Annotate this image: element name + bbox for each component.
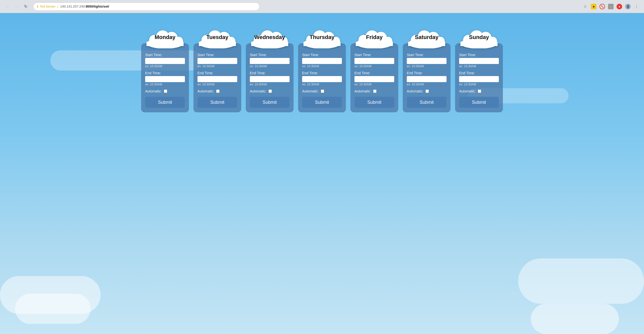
cloud-label-sunday: Sunday xyxy=(458,26,500,48)
start-time-example-saturday: ex: 10:30AM xyxy=(407,64,447,68)
end-time-input-wednesday[interactable] xyxy=(250,76,290,82)
svg-rect-11 xyxy=(199,42,236,46)
automatic-label-saturday: Automatic: xyxy=(407,89,423,93)
day-card-thursday: Thursday Start Time: ex: 10:30AM End Tim… xyxy=(298,26,346,112)
form-card-tuesday: Start Time: ex: 10:30AM End Time: ex: 10… xyxy=(193,43,241,112)
submit-button-saturday[interactable]: Submit xyxy=(407,97,447,108)
automatic-row-monday: Automatic: xyxy=(145,89,185,93)
ext-grey-button[interactable]: ↓ xyxy=(607,3,614,10)
start-time-input-saturday[interactable] xyxy=(407,58,447,64)
automatic-label-sunday: Automatic: xyxy=(459,89,476,93)
ext-yellow-icon: ■ xyxy=(591,4,596,9)
day-label-tuesday: Tuesday xyxy=(206,34,228,41)
form-card-monday: Start Time: ex: 10:30AM End Time: ex: 10… xyxy=(141,43,189,112)
submit-button-wednesday[interactable]: Submit xyxy=(250,97,290,108)
submit-button-tuesday[interactable]: Submit xyxy=(197,97,237,108)
day-label-saturday: Saturday xyxy=(415,34,438,41)
svg-rect-23 xyxy=(303,42,340,46)
day-label-sunday: Sunday xyxy=(469,34,489,41)
day-label-friday: Friday xyxy=(366,34,383,41)
start-time-example-friday: ex: 10:30AM xyxy=(354,64,394,68)
start-time-label-friday: Start Time: xyxy=(354,53,394,57)
submit-button-friday[interactable]: Submit xyxy=(354,97,394,108)
submit-button-thursday[interactable]: Submit xyxy=(302,97,342,108)
end-time-example-wednesday: ex: 10:30AM xyxy=(250,83,290,86)
automatic-checkbox-sunday[interactable] xyxy=(478,89,481,93)
submit-button-monday[interactable]: Submit xyxy=(145,97,185,108)
day-card-saturday: Saturday Start Time: ex: 10:30AM End Tim… xyxy=(403,26,451,112)
start-time-input-wednesday[interactable] xyxy=(250,58,290,64)
svg-rect-41 xyxy=(460,42,497,46)
day-label-monday: Monday xyxy=(154,34,175,41)
start-time-example-wednesday: ex: 10:30AM xyxy=(250,64,290,68)
automatic-checkbox-friday[interactable] xyxy=(373,89,377,93)
svg-rect-5 xyxy=(146,42,183,46)
ext-red-circle-button[interactable]: ● xyxy=(616,3,623,10)
ext-block-button[interactable] xyxy=(599,3,606,10)
ext-person-button[interactable]: 👤 xyxy=(624,3,631,10)
person-icon: 👤 xyxy=(625,4,631,9)
start-time-input-thursday[interactable] xyxy=(302,58,342,64)
start-time-input-monday[interactable] xyxy=(145,58,185,64)
end-time-input-saturday[interactable] xyxy=(407,76,447,82)
end-time-example-friday: ex: 10:30AM xyxy=(354,83,394,86)
automatic-row-wednesday: Automatic: xyxy=(250,89,290,93)
end-time-input-tuesday[interactable] xyxy=(197,76,237,82)
submit-button-sunday[interactable]: Submit xyxy=(459,97,499,108)
start-time-input-friday[interactable] xyxy=(354,58,394,64)
address-bar[interactable]: ℹ Not Secure | 140.141.207.240:8000/ligh… xyxy=(33,3,260,11)
cloud-label-monday: Monday xyxy=(144,26,186,48)
url-text: 140.141.207.240:8000/lights/set/ xyxy=(60,5,109,8)
automatic-row-saturday: Automatic: xyxy=(407,89,447,93)
form-card-friday: Start Time: ex: 10:30AM End Time: ex: 10… xyxy=(350,43,398,112)
end-time-input-sunday[interactable] xyxy=(459,76,499,82)
automatic-checkbox-saturday[interactable] xyxy=(425,89,429,93)
cloud-label-friday: Friday xyxy=(353,26,396,48)
day-label-wednesday: Wednesday xyxy=(254,34,285,41)
start-time-example-tuesday: ex: 10:30AM xyxy=(197,64,237,68)
svg-rect-35 xyxy=(408,42,445,46)
automatic-row-friday: Automatic: xyxy=(354,89,394,93)
end-time-label-friday: End Time: xyxy=(354,71,394,75)
day-card-monday: Monday Start Time: ex: 10:30AM End Time:… xyxy=(141,26,189,112)
start-time-input-sunday[interactable] xyxy=(459,58,499,64)
automatic-checkbox-wednesday[interactable] xyxy=(268,89,272,93)
day-label-thursday: Thursday xyxy=(309,34,334,41)
svg-rect-29 xyxy=(356,42,393,46)
bookmark-button[interactable]: ☆ xyxy=(582,3,589,10)
automatic-row-sunday: Automatic: xyxy=(459,89,499,93)
start-time-example-sunday: ex: 10:30AM xyxy=(459,64,499,68)
automatic-label-monday: Automatic: xyxy=(145,89,162,93)
end-time-input-thursday[interactable] xyxy=(302,76,342,82)
end-time-label-monday: End Time: xyxy=(145,71,185,75)
bg-cloud-4 xyxy=(531,304,619,334)
reload-button[interactable]: ↻ xyxy=(22,3,29,10)
menu-button[interactable]: ⋮ xyxy=(633,3,640,10)
end-time-example-sunday: ex: 10:30AM xyxy=(459,83,499,86)
start-time-input-tuesday[interactable] xyxy=(197,58,237,64)
end-time-input-monday[interactable] xyxy=(145,76,185,82)
ext-puzzle-button[interactable]: ■ xyxy=(590,3,597,10)
automatic-checkbox-tuesday[interactable] xyxy=(216,89,220,93)
back-button[interactable]: ← xyxy=(4,3,11,10)
end-time-input-friday[interactable] xyxy=(354,76,394,82)
day-card-friday: Friday Start Time: ex: 10:30AM End Time:… xyxy=(350,26,398,112)
end-time-example-thursday: ex: 10:30AM xyxy=(302,83,342,86)
end-time-label-wednesday: End Time: xyxy=(250,71,290,75)
automatic-checkbox-thursday[interactable] xyxy=(321,89,324,93)
cloud-label-saturday: Saturday xyxy=(405,26,448,48)
automatic-checkbox-monday[interactable] xyxy=(164,89,167,93)
ext-red-icon: ● xyxy=(617,4,622,9)
form-card-thursday: Start Time: ex: 10:30AM End Time: ex: 10… xyxy=(298,43,346,112)
start-time-example-monday: ex: 10:30AM xyxy=(145,64,185,68)
start-time-example-thursday: ex: 10:30AM xyxy=(302,64,342,68)
ext-grey-icon: ↓ xyxy=(608,4,614,9)
form-card-sunday: Start Time: ex: 10:30AM End Time: ex: 10… xyxy=(455,43,503,112)
forward-button[interactable]: → xyxy=(13,3,20,10)
form-card-wednesday: Start Time: ex: 10:30AM End Time: ex: 10… xyxy=(246,43,294,112)
form-card-saturday: Start Time: ex: 10:30AM End Time: ex: 10… xyxy=(403,43,451,112)
cloud-label-tuesday: Tuesday xyxy=(196,26,239,48)
start-time-label-monday: Start Time: xyxy=(145,53,185,57)
day-card-tuesday: Tuesday Start Time: ex: 10:30AM End Time… xyxy=(193,26,241,112)
url-host: 140.141.207.240: xyxy=(60,5,86,8)
